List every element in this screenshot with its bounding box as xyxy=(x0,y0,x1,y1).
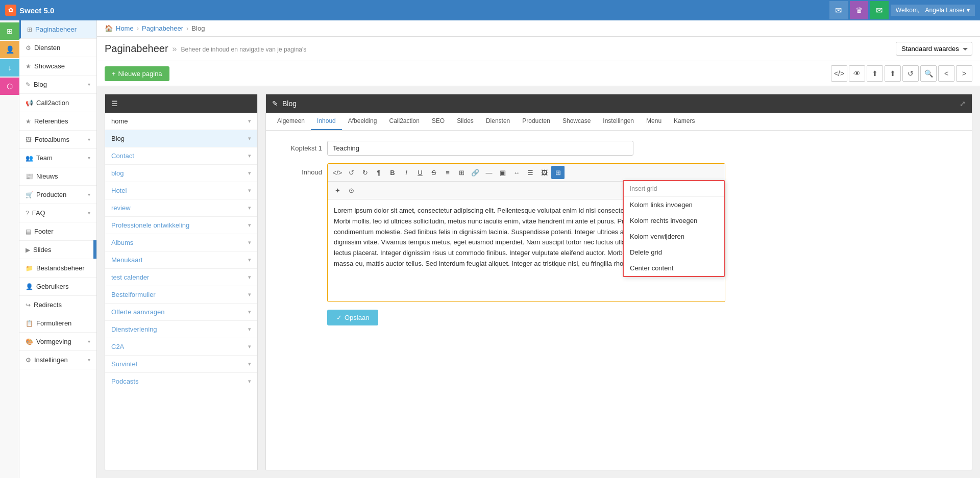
page-item-blog[interactable]: Blog ▾ xyxy=(105,130,257,147)
dashboard-icon-btn[interactable]: ⊞ xyxy=(0,22,19,40)
sidebar-item-vormgeving[interactable]: 🎨 Vormgeving ▾ xyxy=(19,333,96,351)
sidebar-item-call2action-label: Call2action xyxy=(36,99,69,107)
context-menu-item-kolom-rechts[interactable]: Kolom rechts invoegen xyxy=(624,213,724,229)
share-icon-btn[interactable]: ⬡ xyxy=(0,78,19,95)
page-item-blog2[interactable]: blog ▾ xyxy=(105,165,257,182)
justify-btn[interactable]: ☰ xyxy=(524,166,537,179)
page-item-survintel[interactable]: Survintel ▾ xyxy=(105,356,257,373)
sidebar-item-faq[interactable]: ? FAQ ▾ xyxy=(19,204,96,222)
standard-values-dropdown[interactable]: Standaard waardes xyxy=(896,42,972,56)
link-btn[interactable]: 🔗 xyxy=(469,166,482,179)
page-item-review[interactable]: review ▾ xyxy=(105,199,257,217)
sidebar-item-footer-label: Footer xyxy=(34,228,54,235)
page-item-test-calender[interactable]: test calender ▾ xyxy=(105,269,257,286)
koptekst-input[interactable] xyxy=(327,141,633,156)
hr-btn[interactable]: — xyxy=(482,166,496,179)
tab-slides[interactable]: Slides xyxy=(451,113,480,130)
search-btn[interactable]: 🔍 xyxy=(920,65,937,82)
fullscreen-editor-btn[interactable]: ↔ xyxy=(510,166,523,179)
user-menu[interactable]: Welkom, Angela Lanser ▾ xyxy=(891,5,975,16)
sidebar-item-bestandsbeheer[interactable]: 📁 Bestandsbeheer xyxy=(19,259,96,278)
page-item-hotel[interactable]: Hotel ▾ xyxy=(105,182,257,199)
help-btn[interactable]: ⊙ xyxy=(345,184,358,197)
redo-btn[interactable]: ↻ xyxy=(358,166,372,179)
tab-seo[interactable]: SEO xyxy=(426,113,451,130)
sidebar-item-referenties[interactable]: ★ Referenties xyxy=(19,112,96,131)
tab-producten[interactable]: Producten xyxy=(516,113,556,130)
user-icon-btn[interactable]: 👤 xyxy=(0,41,19,58)
sidebar-item-formulieren[interactable]: 📋 Formulieren xyxy=(19,314,96,333)
magic-wand-btn[interactable]: ✦ xyxy=(331,184,344,197)
sidebar-item-team[interactable]: 👥 Team ▾ xyxy=(19,149,96,167)
shield-icon[interactable]: ♛ xyxy=(850,1,868,19)
breadcrumb-home[interactable]: Home xyxy=(116,24,134,32)
tab-instellingen[interactable]: Instellingen xyxy=(597,113,640,130)
sidebar-collapse-btn[interactable]: ‹ xyxy=(93,240,97,259)
next-btn[interactable]: > xyxy=(956,65,972,82)
sidebar-item-nieuws-label: Nieuws xyxy=(36,172,58,180)
sidebar-item-diensten[interactable]: ⚙ Diensten xyxy=(19,39,96,57)
grid-btn[interactable]: ⊞ xyxy=(455,166,468,179)
page-item-bestelformulier[interactable]: Bestelformulier ▾ xyxy=(105,286,257,304)
code-view-btn[interactable]: </> xyxy=(831,65,847,82)
context-menu-item-delete-grid[interactable]: Delete grid xyxy=(624,244,724,260)
underline-btn[interactable]: U xyxy=(413,166,427,179)
sidebar-item-fotoalbums[interactable]: 🖼 Fotoalbums ▾ xyxy=(19,131,96,149)
sidebar-item-gebruikers[interactable]: 👤 Gebruikers xyxy=(19,278,96,296)
paragraph-btn[interactable]: ¶ xyxy=(372,166,385,179)
tab-menu[interactable]: Menu xyxy=(640,113,668,130)
sidebar-item-producten[interactable]: 🛒 Producten ▾ xyxy=(19,186,96,204)
sidebar-item-redirects[interactable]: ↪ Redirects xyxy=(19,296,96,314)
page-item-podcasts[interactable]: Podcasts ▾ xyxy=(105,373,257,390)
page-item-home[interactable]: home ▾ xyxy=(105,113,257,130)
tab-kamers[interactable]: Kamers xyxy=(668,113,701,130)
bold-btn[interactable]: B xyxy=(386,166,399,179)
page-item-albums[interactable]: Albums ▾ xyxy=(105,234,257,251)
page-item-c2a[interactable]: C2A ▾ xyxy=(105,338,257,356)
faq-chevron-icon: ▾ xyxy=(88,210,90,216)
sidebar-item-showcase[interactable]: ★ Showcase xyxy=(19,57,96,76)
save-button[interactable]: ✓ Opslaan xyxy=(327,310,378,325)
expand-icon[interactable]: ⤢ xyxy=(960,99,966,108)
share-btn[interactable]: ⬆ xyxy=(867,65,883,82)
page-item-dienstverlening[interactable]: Dienstverlening ▾ xyxy=(105,321,257,338)
sidebar-item-blog[interactable]: ✎ Blog ▾ xyxy=(19,76,96,94)
hierarchy-btn[interactable]: ⬆ xyxy=(885,65,901,82)
strikethrough-btn[interactable]: S xyxy=(427,166,440,179)
code-editor-btn[interactable]: </> xyxy=(331,166,344,179)
sidebar-item-call2action[interactable]: 📢 Call2action xyxy=(19,94,96,112)
refresh-btn[interactable]: ↺ xyxy=(902,65,919,82)
image-editor-btn[interactable]: 🖼 xyxy=(537,166,551,179)
sidebar-item-paginabeheer[interactable]: ⊞ Paginabeheer xyxy=(19,20,96,39)
prev-btn[interactable]: < xyxy=(938,65,954,82)
context-menu-item-kolom-links[interactable]: Kolom links invoegen xyxy=(624,197,724,213)
undo-btn[interactable]: ↺ xyxy=(345,166,358,179)
tab-inhoud[interactable]: Inhoud xyxy=(311,113,342,130)
context-menu-item-center-content[interactable]: Center content xyxy=(624,260,724,276)
download-icon-btn[interactable]: ↓ xyxy=(0,59,19,77)
tab-call2action[interactable]: Call2action xyxy=(383,113,425,130)
table-active-btn[interactable]: ⊞ xyxy=(551,166,565,179)
breadcrumb-section[interactable]: Paginabeheer xyxy=(142,24,183,32)
context-menu-item-kolom-verwijderen[interactable]: Kolom verwijderen xyxy=(624,229,724,244)
sidebar-item-instellingen[interactable]: ⚙ Instellingen ▾ xyxy=(19,351,96,369)
page-item-contact[interactable]: Contact ▾ xyxy=(105,147,257,165)
tab-algemeen[interactable]: Algemeen xyxy=(271,113,311,130)
messages-icon[interactable]: ✉ xyxy=(829,1,848,19)
page-item-professionele[interactable]: Professionele ontwikkeling ▾ xyxy=(105,217,257,234)
page-item-menukaart[interactable]: Menukaart ▾ xyxy=(105,251,257,269)
page-item-c2a-arrow-icon: ▾ xyxy=(248,343,251,350)
preview-btn[interactable]: 👁 xyxy=(849,65,865,82)
tab-diensten[interactable]: Diensten xyxy=(480,113,516,130)
sidebar-item-nieuws[interactable]: 📰 Nieuws xyxy=(19,167,96,186)
media-btn[interactable]: ▣ xyxy=(496,166,509,179)
new-page-button[interactable]: + Nieuwe pagina xyxy=(105,66,169,81)
sidebar-item-footer[interactable]: ▤ Footer xyxy=(19,222,96,241)
tab-afbeelding[interactable]: Afbeelding xyxy=(342,113,383,130)
email-icon[interactable]: ✉ xyxy=(870,1,889,19)
page-item-offerte[interactable]: Offerte aanvragen ▾ xyxy=(105,304,257,321)
tab-showcase[interactable]: Showcase xyxy=(556,113,597,130)
italic-btn[interactable]: I xyxy=(400,166,413,179)
sidebar-item-slides[interactable]: ▶ Slides xyxy=(19,241,96,259)
list-btn[interactable]: ≡ xyxy=(441,166,454,179)
